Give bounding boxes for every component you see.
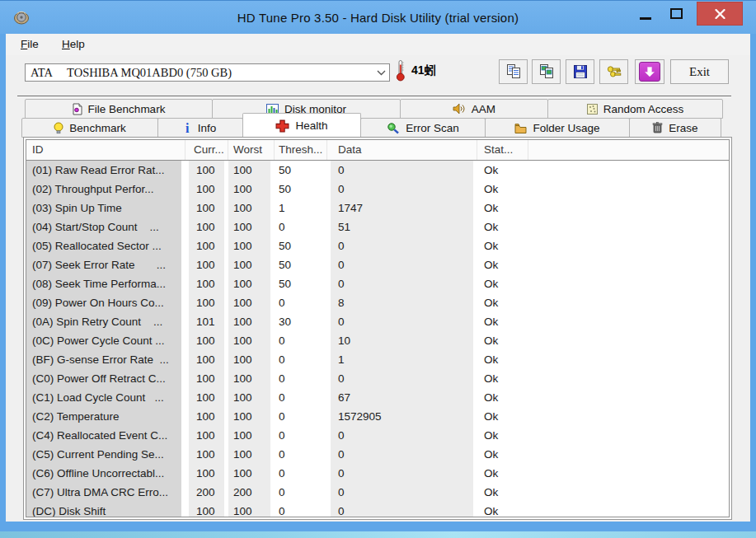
options-button[interactable] [599, 59, 628, 84]
tab-benchmark[interactable]: Benchmark [21, 118, 158, 138]
cell-worst: 100 [228, 445, 275, 464]
update-icon [639, 62, 660, 82]
table-row[interactable]: (C2) Temperature 100 100 0 1572905 Ok [26, 407, 729, 426]
cell-worst: 100 [228, 426, 275, 445]
tab-health[interactable]: Health [242, 113, 361, 138]
table-row[interactable]: (05) Reallocated Sector ... 100 100 50 0… [26, 236, 729, 255]
menu-help[interactable]: Help [57, 34, 90, 55]
cell-worst: 100 [228, 255, 275, 274]
tab-label: Benchmark [69, 122, 125, 134]
thermometer-icon [396, 59, 406, 82]
close-button[interactable] [697, 2, 743, 26]
cell-filler [528, 388, 729, 407]
column-header-current[interactable]: Curr... [185, 140, 228, 160]
cell-data: 8 [327, 293, 477, 312]
column-header-threshold[interactable]: Thresh... [275, 140, 327, 160]
menu-file[interactable]: File [16, 34, 44, 55]
hd-tune-app-icon [12, 8, 31, 26]
minimize-button[interactable] [632, 1, 660, 26]
client-area: File Help ATA TOSHIBA MQ01ABD0 (750 GB) [6, 34, 750, 522]
cell-status: Ok [477, 180, 528, 199]
cell-filler [528, 426, 729, 445]
cell-status: Ok [477, 483, 528, 502]
cell-threshold: 0 [275, 350, 327, 369]
table-row[interactable]: (03) Spin Up Time 100 100 1 1747 Ok [26, 199, 729, 218]
cell-status: Ok [477, 312, 528, 331]
cell-status: Ok [477, 388, 528, 407]
cell-id: (C4) Reallocated Event C... [26, 426, 185, 445]
tab-error-scan[interactable]: Error Scan [360, 118, 486, 138]
cell-worst: 100 [228, 199, 275, 218]
tab-file-benchmark[interactable]: File Benchmark [25, 99, 213, 119]
column-header-data[interactable]: Data [327, 140, 477, 160]
cell-filler [528, 218, 729, 236]
cell-current: 100 [185, 236, 228, 255]
lightbulb-icon [54, 122, 63, 134]
folder-icon [514, 123, 527, 133]
cell-current: 100 [185, 331, 228, 350]
cell-id: (02) Throughput Perfor... [26, 180, 185, 199]
table-row[interactable]: (02) Throughput Perfor... 100 100 50 0 O… [26, 180, 729, 199]
table-row[interactable]: (C7) Ultra DMA CRC Erro... 200 200 0 0 O… [26, 483, 729, 502]
exit-button[interactable]: Exit [670, 59, 729, 84]
cell-threshold: 0 [275, 331, 327, 350]
temperature-readout: 41蚓 [411, 63, 436, 78]
copy-text-button[interactable] [499, 59, 528, 84]
table-row[interactable]: (C5) Current Pending Se... 100 100 0 0 O… [26, 445, 729, 464]
table-row[interactable]: (08) Seek Time Performa... 100 100 50 0 … [26, 274, 729, 293]
cell-status: Ok [477, 369, 528, 388]
update-button[interactable] [635, 59, 664, 84]
cell-filler [528, 502, 729, 517]
cell-filler [528, 274, 729, 293]
cell-current: 100 [185, 502, 228, 517]
table-row[interactable]: (07) Seek Error Rate ... 100 100 50 0 Ok [26, 255, 729, 274]
save-button[interactable] [566, 59, 594, 84]
cell-current: 100 [185, 274, 228, 293]
tab-folder-usage[interactable]: Folder Usage [485, 118, 630, 138]
table-row[interactable]: (C4) Reallocated Event C... 100 100 0 0 … [26, 426, 729, 445]
table-row[interactable]: (DC) Disk Shift 100 100 0 0 Ok [26, 502, 729, 517]
cell-filler [528, 350, 729, 369]
save-icon [572, 63, 589, 80]
cell-filler [528, 312, 729, 331]
table-row[interactable]: (01) Raw Read Error Rat... 100 100 50 0 … [26, 161, 729, 180]
cell-current: 100 [185, 464, 228, 483]
cell-threshold: 50 [275, 255, 327, 274]
table-row[interactable]: (C1) Load Cycle Count ... 100 100 0 67 O… [26, 388, 729, 407]
cell-threshold: 30 [275, 312, 327, 331]
cell-data: 1747 [327, 199, 477, 218]
column-header-id[interactable]: ID [26, 140, 185, 160]
cell-threshold: 0 [275, 502, 327, 517]
copy-image-button[interactable] [532, 59, 561, 84]
cell-threshold: 0 [275, 426, 327, 445]
column-header-status[interactable]: Stat... [477, 140, 528, 160]
cell-filler [528, 445, 729, 464]
cell-status: Ok [477, 293, 528, 312]
tab-info[interactable]: i Info [157, 118, 243, 138]
copy-text-icon [505, 63, 522, 80]
column-header-worst[interactable]: Worst [228, 140, 275, 160]
table-row[interactable]: (04) Start/Stop Count ... 100 100 0 51 O… [26, 218, 729, 236]
table-row[interactable]: (C0) Power Off Retract C... 100 100 0 0 … [26, 369, 729, 388]
tab-random-access[interactable]: Random Access [547, 99, 723, 119]
cell-data: 51 [327, 218, 477, 236]
table-row[interactable]: (C6) Offline Uncorrectabl... 100 100 0 0… [26, 464, 729, 483]
red-cross-icon [275, 119, 289, 133]
tab-aam[interactable]: AAM [400, 99, 548, 119]
speaker-icon [453, 103, 466, 115]
table-row[interactable]: (0C) Power Cycle Count ... 100 100 0 10 … [26, 331, 729, 350]
cell-current: 100 [185, 369, 228, 388]
cell-data: 10 [327, 331, 477, 350]
table-row[interactable]: (BF) G-sense Error Rate ... 100 100 0 1 … [26, 350, 729, 369]
maximize-button[interactable] [661, 1, 691, 26]
cell-id: (C2) Temperature [26, 407, 185, 426]
table-row[interactable]: (09) Power On Hours Co... 100 100 0 8 Ok [26, 293, 729, 312]
table-row[interactable]: (0A) Spin Retry Count ... 101 100 30 0 O… [26, 312, 729, 331]
cell-threshold: 0 [275, 464, 327, 483]
drive-select-dropdown[interactable]: ATA TOSHIBA MQ01ABD0 (750 GB) [25, 63, 390, 82]
tab-erase[interactable]: Erase [629, 118, 721, 138]
cell-status: Ok [477, 199, 528, 218]
cell-current: 100 [185, 407, 228, 426]
cell-status: Ok [477, 502, 528, 517]
keys-icon [606, 64, 622, 79]
